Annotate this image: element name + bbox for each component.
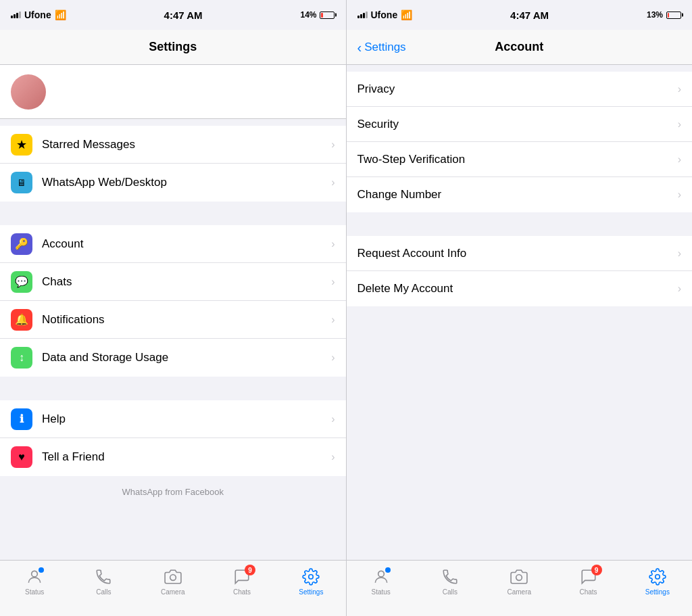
tab-camera-left[interactable]: Camera	[139, 567, 207, 596]
chevron-starred: ›	[331, 139, 335, 151]
chats-badge-left: 9	[245, 565, 255, 575]
status-right-left: 14%	[300, 10, 335, 20]
account-content: Privacy › Security › Two-Step Verificati…	[347, 65, 693, 560]
account-title: Account	[495, 40, 543, 54]
battery-right	[666, 11, 681, 19]
account-icon: 🔑	[11, 233, 32, 255]
storage-icon: ↕	[11, 347, 32, 369]
chats-icon: 💬	[11, 271, 32, 293]
back-label: Settings	[364, 41, 405, 54]
section-account-main: Privacy › Security › Two-Step Verificati…	[347, 72, 693, 212]
chevron-web: ›	[331, 176, 335, 189]
status-dot-right	[385, 567, 391, 573]
settings-tab-icon-right	[648, 567, 667, 586]
storage-label: Data and Storage Usage	[42, 351, 331, 364]
back-button[interactable]: ‹ Settings	[357, 41, 406, 54]
tell-friend-item[interactable]: ♥ Tell a Friend ›	[0, 438, 346, 476]
tab-label-chats-left: Chats	[233, 588, 251, 596]
delete-account-item[interactable]: Delete My Account ›	[347, 271, 693, 306]
starred-messages-item[interactable]: ★ Starred Messages ›	[0, 126, 346, 164]
section-account-actions: Request Account Info › Delete My Account…	[347, 236, 693, 306]
status-bar-right: Ufone 📶 4:47 AM 13%	[347, 0, 693, 30]
two-step-label: Two-Step Verification	[357, 153, 678, 166]
change-number-item[interactable]: Change Number ›	[347, 177, 693, 212]
profile-section[interactable]	[0, 65, 346, 119]
chevron-help: ›	[331, 413, 335, 425]
request-info-item[interactable]: Request Account Info ›	[347, 236, 693, 271]
nav-bar-right: ‹ Settings Account	[347, 30, 693, 65]
section-account-group: 🔑 Account › 💬 Chats › 🔔 Notifications › …	[0, 225, 346, 377]
chevron-request-info: ›	[678, 247, 681, 260]
web-label: WhatsApp Web/Desktop	[42, 176, 331, 189]
chats-item[interactable]: 💬 Chats ›	[0, 263, 346, 301]
tab-status-right[interactable]: Status	[347, 567, 416, 596]
separator-r2	[347, 212, 693, 236]
left-phone: Ufone 📶 4:47 AM 14% Settings	[0, 0, 346, 616]
two-step-item[interactable]: Two-Step Verification ›	[347, 142, 693, 177]
svg-point-2	[309, 575, 314, 579]
camera-tab-icon	[164, 567, 182, 586]
help-item[interactable]: ℹ Help ›	[0, 400, 346, 438]
tab-label-calls-left: Calls	[96, 588, 111, 596]
delete-account-label: Delete My Account	[357, 282, 678, 295]
tab-label-chats-right: Chats	[579, 588, 597, 596]
tell-friend-label: Tell a Friend	[42, 450, 331, 464]
wifi-icon-right: 📶	[401, 9, 412, 20]
account-item[interactable]: 🔑 Account ›	[0, 225, 346, 263]
chevron-change-number: ›	[678, 189, 681, 201]
privacy-item[interactable]: Privacy ›	[347, 72, 693, 107]
tab-calls-left[interactable]: Calls	[69, 567, 138, 596]
whatsapp-web-item[interactable]: 🖥 WhatsApp Web/Desktop ›	[0, 164, 346, 202]
status-right-right-section: 13%	[647, 10, 681, 20]
calls-tab-icon	[94, 567, 113, 586]
chats-badge-right: 9	[591, 565, 602, 575]
privacy-label: Privacy	[357, 82, 678, 96]
avatar	[11, 74, 46, 110]
tab-chats-left[interactable]: 9 Chats	[207, 567, 276, 596]
battery-percent-left: 14%	[300, 10, 316, 20]
security-item[interactable]: Security ›	[347, 107, 693, 142]
chevron-storage: ›	[331, 352, 335, 364]
chats-tab-icon-right: 9	[579, 567, 598, 586]
notifications-item[interactable]: 🔔 Notifications ›	[0, 301, 346, 339]
carrier-left: Ufone	[24, 9, 51, 20]
tab-label-status-right: Status	[371, 588, 390, 596]
chevron-notifications: ›	[331, 314, 335, 326]
starred-label: Starred Messages	[42, 138, 331, 151]
chats-tab-icon: 9	[232, 567, 251, 586]
settings-content: ★ Starred Messages › 🖥 WhatsApp Web/Desk…	[0, 119, 346, 560]
tab-chats-right[interactable]: 9 Chats	[553, 567, 622, 596]
tab-label-camera-right: Camera	[507, 588, 531, 596]
battery-left	[320, 11, 335, 19]
back-chevron: ‹	[357, 41, 362, 54]
security-label: Security	[357, 118, 678, 131]
tab-status-left[interactable]: Status	[0, 567, 69, 596]
signal-icon-right	[357, 11, 368, 18]
status-tab-icon	[25, 567, 44, 586]
carrier-right: Ufone	[371, 9, 398, 20]
notifications-icon: 🔔	[11, 309, 32, 331]
tell-friend-icon: ♥	[11, 446, 32, 468]
calls-tab-icon-right	[441, 567, 460, 586]
storage-item[interactable]: ↕ Data and Storage Usage ›	[0, 339, 346, 377]
tab-calls-right[interactable]: Calls	[416, 567, 485, 596]
tab-settings-right[interactable]: Settings	[623, 567, 692, 596]
account-label: Account	[42, 237, 331, 251]
tab-bar-right: Status Calls Camera 9 Chats	[347, 560, 693, 616]
svg-point-3	[378, 571, 384, 577]
change-number-label: Change Number	[357, 188, 678, 202]
separator-r1	[347, 65, 693, 72]
tab-settings-left[interactable]: Settings	[276, 567, 345, 596]
status-left: Ufone 📶	[11, 9, 66, 20]
camera-tab-icon-right	[510, 567, 528, 586]
tab-bar-left: Status Calls Camera 9 Chats	[0, 560, 346, 616]
separator2	[0, 202, 346, 225]
wifi-icon-left: 📶	[55, 9, 66, 20]
tab-camera-right[interactable]: Camera	[485, 567, 553, 596]
notifications-label: Notifications	[42, 313, 331, 327]
settings-title: Settings	[149, 40, 197, 54]
help-label: Help	[42, 412, 331, 426]
tab-label-settings-right: Settings	[645, 588, 670, 596]
chevron-privacy: ›	[678, 83, 681, 95]
section-starred: ★ Starred Messages › 🖥 WhatsApp Web/Desk…	[0, 126, 346, 202]
